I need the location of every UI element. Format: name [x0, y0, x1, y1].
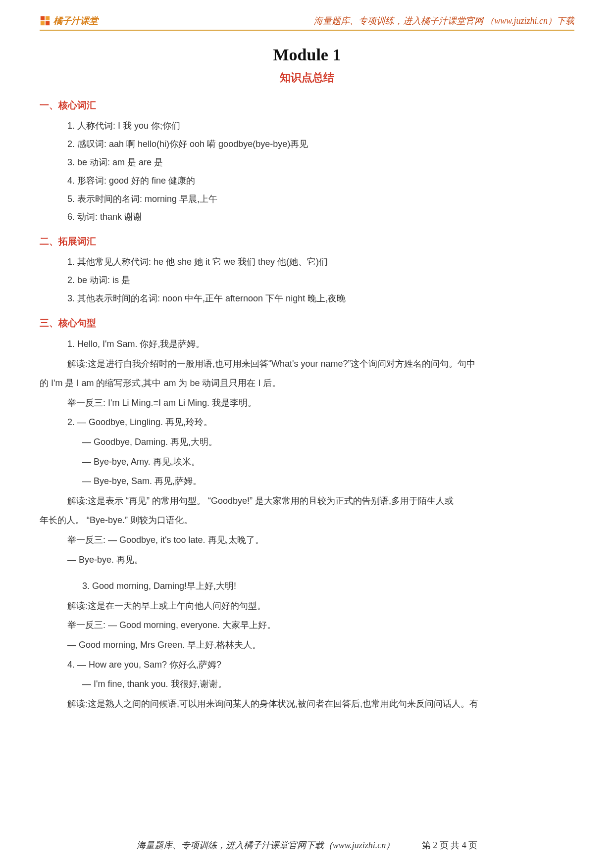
list-item: 6. 动词: thank 谢谢 [67, 208, 574, 226]
section-heading-2: 二、拓展词汇 [40, 235, 574, 248]
svg-rect-2 [41, 21, 45, 25]
body-line: 举一反三: — Goodbye, it's too late. 再见,太晚了。 [40, 530, 574, 550]
body-line: — Bye-bye. 再见。 [40, 550, 574, 570]
body-line: 1. Hello, I'm Sam. 你好,我是萨姆。 [40, 335, 574, 354]
page-footer: 海量题库、专项训练，进入橘子汁课堂官网下载（www.juzizhi.cn） 第 … [0, 839, 614, 851]
page-header: 橘子汁课堂 海量题库、专项训练，进入橘子汁课堂官网 （www.juzizhi.c… [40, 15, 574, 31]
svg-rect-1 [46, 16, 50, 20]
body-line: — Good morning, Mrs Green. 早上好,格林夫人。 [40, 635, 574, 655]
svg-rect-0 [41, 16, 45, 20]
section1-list: 1. 人称代词: I 我 you 你;你们2. 感叹词: aah 啊 hello… [40, 117, 574, 226]
body-line: 的 I'm 是 I am 的缩写形式,其中 am 为 be 动词且只用在 I 后… [40, 374, 574, 393]
body-line: — Bye-bye, Amy. 再见,埃米。 [40, 452, 574, 472]
section-heading-3: 三、核心句型 [40, 317, 574, 330]
logo: 橘子汁课堂 [40, 15, 98, 27]
list-item: 2. be 动词: is 是 [67, 271, 574, 289]
list-item: 5. 表示时间的名词: morning 早晨,上午 [67, 190, 574, 208]
body-line: 举一反三: I'm Li Ming.=I am Li Ming. 我是李明。 [40, 393, 574, 413]
body-line: — I'm fine, thank you. 我很好,谢谢。 [40, 675, 574, 694]
body-line: 解读:这是熟人之间的问候语,可以用来询问某人的身体状况,被问者在回答后,也常用此… [40, 694, 574, 714]
logo-icon [40, 15, 51, 26]
list-item: 1. 人称代词: I 我 you 你;你们 [67, 117, 574, 135]
body-line: 解读:这是表示 “再见” 的常用句型。 “Goodbye!” 是大家常用的且较为… [40, 491, 574, 511]
body-line: — Bye-bye, Sam. 再见,萨姆。 [40, 472, 574, 491]
list-item: 2. 感叹词: aah 啊 hello(hi)你好 ooh 嗬 goodbye(… [67, 135, 574, 153]
body-line: 4. — How are you, Sam? 你好么,萨姆? [40, 655, 574, 675]
page-number: 第 2 页 共 4 页 [422, 840, 478, 850]
footer-text: 海量题库、专项训练，进入橘子汁课堂官网下载（www.juzizhi.cn） [137, 840, 395, 850]
list-item: 3. 其他表示时间的名词: noon 中午,正午 afternoon 下午 ni… [67, 289, 574, 308]
list-item: 4. 形容词: good 好的 fine 健康的 [67, 172, 574, 190]
list-item: 1. 其他常见人称代词: he 他 she 她 it 它 we 我们 they … [67, 253, 574, 271]
body-line: 2. — Goodbye, Lingling. 再见,玲玲。 [40, 413, 574, 433]
blank-line [40, 570, 574, 577]
body-line: 解读:这是进行自我介绍时的一般用语,也可用来回答“What's your nam… [40, 354, 574, 374]
body-line: — Goodbye, Daming. 再见,大明。 [40, 433, 574, 452]
svg-rect-3 [46, 21, 50, 25]
section2-list: 1. 其他常见人称代词: he 他 she 她 it 它 we 我们 they … [40, 253, 574, 308]
list-item: 3. be 动词: am 是 are 是 [67, 153, 574, 172]
section3-body: 1. Hello, I'm Sam. 你好,我是萨姆。解读:这是进行自我介绍时的… [40, 335, 574, 714]
header-right-text: 海量题库、专项训练，进入橘子汁课堂官网 （www.juzizhi.cn）下载 [314, 15, 574, 27]
document-title: Module 1 [40, 46, 574, 64]
body-line: 举一反三: — Good morning, everyone. 大家早上好。 [40, 616, 574, 635]
section-heading-1: 一、核心词汇 [40, 99, 574, 112]
document-page: 橘子汁课堂 海量题库、专项训练，进入橘子汁课堂官网 （www.juzizhi.c… [0, 0, 614, 868]
body-line: 解读:这是在一天的早上或上午向他人问好的句型。 [40, 596, 574, 616]
body-line: 3. Good morning, Daming!早上好,大明! [40, 577, 574, 596]
body-line: 年长的人。 “Bye-bye.” 则较为口语化。 [40, 511, 574, 530]
logo-text: 橘子汁课堂 [53, 15, 98, 27]
document-subtitle: 知识点总结 [40, 70, 574, 85]
